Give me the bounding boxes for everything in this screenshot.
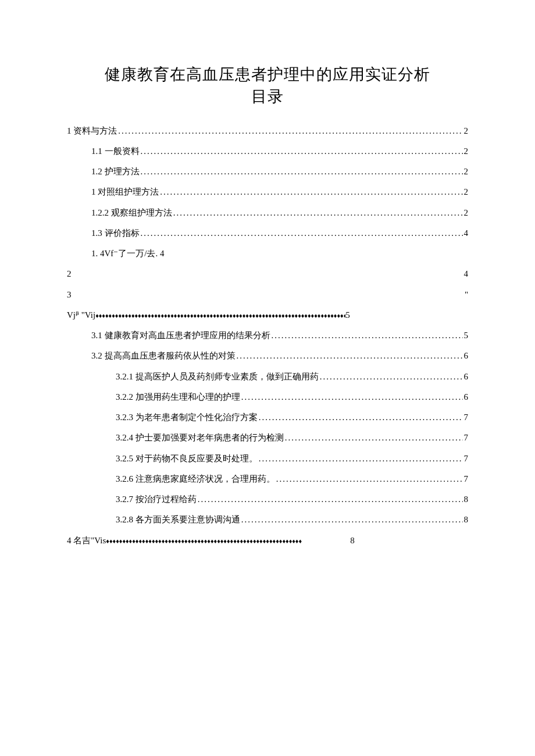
toc-entry: 1.2 护理方法................................…: [67, 162, 468, 182]
toc-label: 1.1 一般资料: [91, 141, 140, 162]
toc-entry: 3.2.7 按治疗过程给药...........................…: [67, 489, 468, 510]
toc-label: 3.2 提高高血压患者服药依从性的对策: [91, 346, 236, 366]
toc-label: 3.2.1 提高医护人员及药剂师专业素质，做到正确用药: [116, 367, 319, 387]
toc-label: 1 对照组护理方法: [91, 182, 159, 202]
toc-page: 5: [345, 305, 350, 325]
toc-page: 7: [464, 469, 469, 489]
toc-page: 2: [464, 203, 469, 223]
toc-label: 1 资料与方法: [67, 121, 117, 141]
toc-page: 8: [350, 531, 355, 551]
toc-leader: ........................................…: [141, 162, 463, 182]
toc-page: 4: [464, 264, 469, 284]
toc-entry: 3.2.2 加强用药生理和心理的护理......................…: [67, 387, 468, 407]
toc-leader: ........................................…: [259, 449, 463, 469]
toc-label: 3.2.2 加强用药生理和心理的护理: [116, 387, 240, 407]
toc-entry: 1.1 一般资料................................…: [67, 141, 468, 162]
toc-label: 4 名吉"Vis: [67, 531, 106, 551]
toc-leader: ........................................…: [276, 469, 463, 489]
toc-entry: 24: [67, 264, 468, 284]
toc-label: 3.2.8 各方面关系要注意协调沟通: [116, 510, 240, 530]
toc-label: 3: [67, 285, 72, 305]
toc-label: 3.2.4 护士要加强要对老年病患者的行为检测: [116, 428, 284, 448]
toc-label: 1.2 护理方法: [91, 162, 140, 182]
toc-leader: ........................................…: [320, 367, 463, 387]
toc-page: 2: [464, 121, 469, 141]
toc-leader: ........................................…: [173, 203, 463, 223]
toc-entry: 3.2.3 为老年患者制定个性化治疗方案....................…: [67, 407, 468, 428]
toc-leader: ........................................…: [198, 489, 463, 510]
toc-label: 3.1 健康教育对高血压患者护理应用的结果分析: [91, 325, 270, 346]
toc-leader: ........................................…: [141, 223, 463, 243]
toc-entry: 1.3 评价指标................................…: [67, 223, 468, 243]
title-line-2: 目录: [251, 88, 284, 105]
toc-label: 3.2.5 对于药物不良反应要及时处理。: [116, 449, 258, 469]
toc-leader: ........................................…: [118, 121, 462, 141]
toc-label: 1.3 评价指标: [91, 223, 140, 243]
toc-label: 1. 4Vf⁻了一万/去. 4: [91, 243, 165, 264]
toc-label: 3.2.6 注意病患家庭经济状况，合理用药。: [116, 469, 275, 489]
toc-entry: 4 名吉"Vis♦♦♦♦♦♦♦♦♦♦♦♦♦♦♦♦♦♦♦♦♦♦♦♦♦♦♦♦♦♦♦♦…: [67, 531, 468, 551]
table-of-contents: 1 资料与方法.................................…: [67, 121, 468, 551]
toc-page: 2: [464, 141, 469, 162]
toc-leader: ........................................…: [160, 182, 462, 202]
toc-entry: 3.1 健康教育对高血压患者护理应用的结果分析.................…: [67, 325, 468, 346]
toc-leader: ........................................…: [241, 510, 463, 530]
toc-page: 2: [464, 162, 469, 182]
toc-page: 4: [464, 223, 469, 243]
toc-page: 7: [464, 407, 469, 428]
toc-label: 3.2.3 为老年患者制定个性化治疗方案: [116, 407, 258, 428]
toc-page: 7: [464, 428, 469, 448]
toc-page: 7: [464, 449, 469, 469]
toc-entry: 3.2.4 护士要加强要对老年病患者的行为检测.................…: [67, 428, 468, 448]
toc-leader: ........................................…: [237, 346, 463, 366]
toc-entry: 3.2.1 提高医护人员及药剂师专业素质，做到正确用药.............…: [67, 367, 468, 387]
toc-entry: 1.2.2 观察组护理方法...........................…: [67, 203, 468, 223]
title-line-1: 健康教育在高血压患者护理中的应用实证分析: [105, 66, 430, 83]
toc-entry: 3.2 提高高血压患者服药依从性的对策.....................…: [67, 346, 468, 366]
toc-label: 1.2.2 观察组护理方法: [91, 203, 172, 223]
toc-page: 2: [464, 182, 469, 202]
toc-page: 6: [464, 367, 469, 387]
toc-leader: ........................................…: [259, 407, 463, 428]
toc-entry: 1 对照组护理方法...............................…: [67, 182, 468, 202]
toc-leader: ♦♦♦♦♦♦♦♦♦♦♦♦♦♦♦♦♦♦♦♦♦♦♦♦♦♦♦♦♦♦♦♦♦♦♦♦♦♦♦♦…: [106, 534, 350, 549]
toc-label: 3.2.7 按治疗过程给药: [116, 489, 197, 510]
toc-leader: ........................................…: [241, 387, 463, 407]
toc-entry: 1. 4Vf⁻了一万/去. 4: [67, 243, 468, 264]
toc-entry: 3.2.8 各方面关系要注意协调沟通......................…: [67, 510, 468, 530]
toc-page: 8: [464, 510, 469, 530]
document-page: 健康教育在高血压患者护理中的应用实证分析 目录 1 资料与方法.........…: [0, 0, 535, 597]
toc-leader: ........................................…: [285, 428, 463, 448]
toc-leader: ........................................…: [141, 141, 463, 162]
toc-entry: 3.2.5 对于药物不良反应要及时处理。....................…: [67, 449, 468, 469]
toc-page: 5: [464, 325, 469, 346]
toc-entry: 3"Vjᵝ "Vij♦♦♦♦♦♦♦♦♦♦♦♦♦♦♦♦♦♦♦♦♦♦♦♦♦♦♦♦♦♦…: [67, 285, 468, 326]
document-title: 健康教育在高血压患者护理中的应用实证分析 目录: [67, 64, 468, 108]
toc-page: 6: [464, 387, 469, 407]
toc-page: 8: [464, 489, 469, 510]
toc-label: Vjᵝ "Vij: [67, 305, 95, 325]
toc-page: ": [465, 285, 468, 305]
toc-leader: ........................................…: [272, 325, 463, 346]
toc-leader: ♦♦♦♦♦♦♦♦♦♦♦♦♦♦♦♦♦♦♦♦♦♦♦♦♦♦♦♦♦♦♦♦♦♦♦♦♦♦♦♦…: [95, 309, 345, 324]
toc-page: 6: [464, 346, 469, 366]
toc-label: 2: [67, 264, 464, 284]
toc-entry: 1 资料与方法.................................…: [67, 121, 468, 141]
toc-entry: 3.2.6 注意病患家庭经济状况，合理用药。..................…: [67, 469, 468, 489]
